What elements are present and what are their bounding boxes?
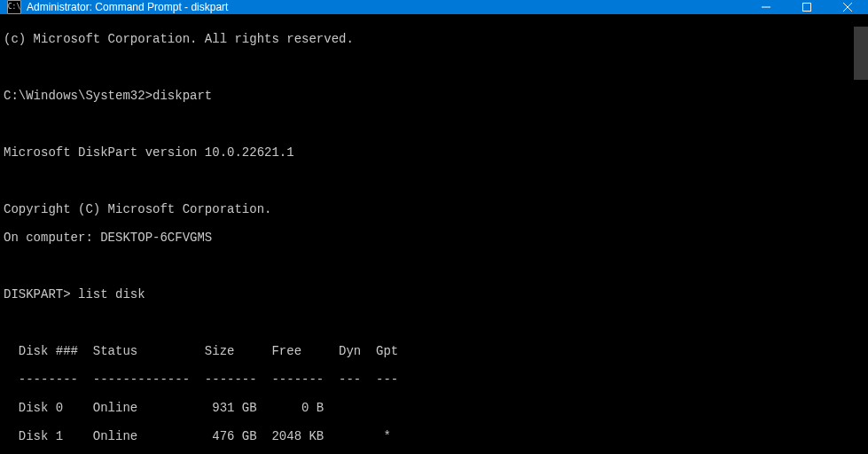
terminal-line: Copyright (C) Microsoft Corporation. xyxy=(4,202,864,216)
minimize-icon xyxy=(762,3,770,12)
window-controls xyxy=(746,0,868,14)
minimize-button[interactable] xyxy=(746,0,786,14)
terminal-line: Disk 0 Online 931 GB 0 B xyxy=(4,401,864,415)
titlebar[interactable]: C:\ Administrator: Command Prompt - disk… xyxy=(0,0,868,14)
maximize-icon xyxy=(802,3,811,12)
svg-rect-1 xyxy=(803,4,811,12)
terminal-line: (c) Microsoft Corporation. All rights re… xyxy=(4,32,864,46)
terminal-line xyxy=(4,316,864,330)
cmd-app-icon: C:\ xyxy=(7,0,21,14)
terminal-line xyxy=(4,60,864,74)
window-title: Administrator: Command Prompt - diskpart xyxy=(27,1,228,13)
maximize-button[interactable] xyxy=(786,0,827,14)
terminal-line: -------- ------------- ------- ------- -… xyxy=(4,372,864,387)
terminal-line: Microsoft DiskPart version 10.0.22621.1 xyxy=(4,145,864,160)
command-prompt-window: C:\ Administrator: Command Prompt - disk… xyxy=(0,0,868,454)
terminal-line: DISKPART> list disk xyxy=(4,287,864,301)
close-button[interactable] xyxy=(827,0,868,14)
terminal-line xyxy=(4,117,864,131)
terminal-output[interactable]: (c) Microsoft Corporation. All rights re… xyxy=(0,14,868,454)
terminal-line xyxy=(4,174,864,188)
vertical-scrollbar-thumb[interactable] xyxy=(854,27,868,80)
terminal-line: C:\Windows\System32>diskpart xyxy=(4,89,864,103)
terminal-line: Disk 1 Online 476 GB 2048 KB * xyxy=(4,429,864,443)
close-icon xyxy=(843,3,852,12)
terminal-line xyxy=(4,259,864,273)
terminal-line: Disk ### Status Size Free Dyn Gpt xyxy=(4,344,864,358)
terminal-line: On computer: DESKTOP-6CFVGMS xyxy=(4,231,864,245)
